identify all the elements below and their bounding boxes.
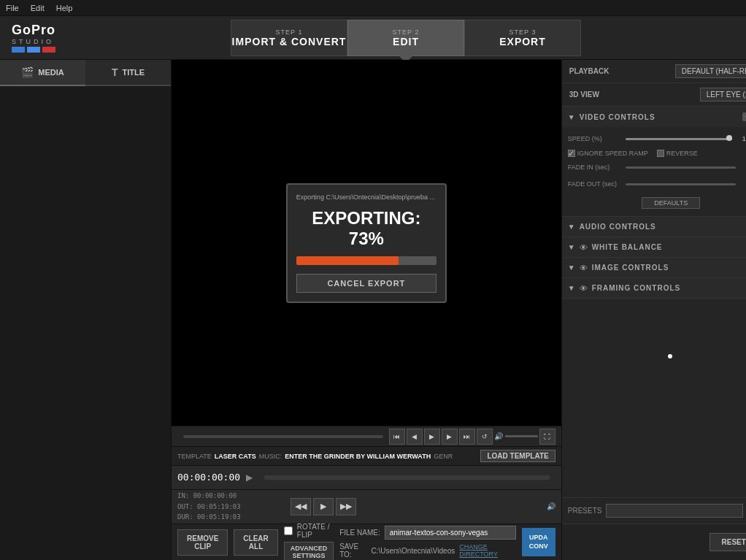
- rotate-flip-checkbox[interactable]: [284, 526, 293, 535]
- presets-input[interactable]: [606, 504, 742, 518]
- video-controls-chevron: ▼: [568, 113, 575, 121]
- reverse-label: REVERSE: [666, 150, 698, 157]
- bottom-controls: REMOVE CLIP CLEAR ALL ROTATE / FLIP ADVA…: [172, 523, 561, 560]
- step-1[interactable]: STEP 1 IMPORT & CONVERT: [231, 20, 347, 56]
- export-progress-bar: [296, 256, 437, 265]
- transport-prev-frame[interactable]: ◀: [407, 429, 423, 445]
- logo-color-blocks: [12, 47, 55, 53]
- audio-controls-section[interactable]: ▼ AUDIO CONTROLS: [562, 217, 746, 237]
- music-value: ENTER THE GRINDER BY WILLIAM WERWATH: [285, 453, 431, 460]
- menu-help[interactable]: Help: [56, 4, 73, 12]
- badge-plus2: +2: [742, 112, 746, 121]
- playback-section: PLAYBACK DEFAULT (HALF-RES): [562, 60, 746, 83]
- white-balance-section[interactable]: ▼ 👁 WHITE BALANCE PICK: [562, 237, 746, 258]
- menu-edit[interactable]: Edit: [31, 4, 45, 12]
- export-status: EXPORTING: 73%: [296, 208, 437, 249]
- step-2[interactable]: STEP 2 EDIT: [347, 20, 464, 56]
- image-controls-eye-icon: 👁: [580, 264, 588, 272]
- defaults-row: DEFAULTS: [568, 194, 746, 212]
- right-panel: PLAYBACK DEFAULT (HALF-RES) 3D VIEW LEFT…: [561, 60, 746, 560]
- tab-media[interactable]: 🎬 MEDIA: [0, 60, 85, 86]
- clear-all-button[interactable]: CLEAR ALL: [234, 529, 277, 556]
- transport-skip-start[interactable]: ⏮: [389, 429, 405, 445]
- speed-row: SPEED (%) 100 < >: [568, 131, 746, 146]
- step-3-number: STEP 3: [509, 28, 537, 36]
- transport-next-frame[interactable]: ▶: [442, 429, 458, 445]
- advanced-settings-button[interactable]: ADVANCED SETTINGS: [284, 542, 334, 561]
- save-to-label: SAVE TO:: [339, 542, 366, 559]
- transport-fullscreen[interactable]: ⛶: [539, 429, 555, 445]
- change-directory-button[interactable]: CHANGE DIRECTORY: [459, 543, 515, 558]
- tab-title[interactable]: T TITLE: [85, 60, 171, 86]
- speed-options: ✓ IGNORE SPEED RAMP REVERSE: [568, 150, 746, 157]
- tab-media-label: MEDIA: [38, 68, 64, 77]
- defaults-button[interactable]: DEFAULTS: [642, 197, 700, 209]
- image-controls-section[interactable]: ▼ 👁 IMAGE CONTROLS: [562, 258, 746, 278]
- framing-controls-eye-icon: 👁: [580, 284, 588, 293]
- reverse-item: REVERSE: [657, 150, 698, 157]
- timeline-track[interactable]: [264, 475, 550, 480]
- ignore-speed-ramp-label: IGNORE SPEED RAMP: [577, 150, 648, 157]
- timeline-controls-row: IN: 00:00:00:00 OUT: 00:05:19:03 DUR: 00…: [172, 489, 561, 523]
- speed-slider[interactable]: [626, 138, 732, 140]
- fade-in-row: FADE IN (sec) 0 < >: [568, 161, 746, 174]
- file-name-section: FILE NAME: SAVE TO: C:\Users\Ontecnia\Vi…: [339, 526, 516, 559]
- tl-play[interactable]: ▶: [313, 498, 334, 515]
- main-layout: 🎬 MEDIA T TITLE: [0, 60, 746, 560]
- ignore-speed-ramp-item: ✓ IGNORE SPEED RAMP: [568, 150, 648, 157]
- transport-loop[interactable]: ↺: [477, 429, 493, 445]
- reverse-checkbox[interactable]: [657, 150, 664, 157]
- fade-in-slider[interactable]: [626, 166, 736, 169]
- image-controls-label: IMAGE CONTROLS: [592, 264, 746, 272]
- steps-nav: STEP 1 IMPORT & CONVERT STEP 2 EDIT STEP…: [231, 20, 581, 56]
- presets-label: PRESETS: [568, 507, 602, 515]
- transport-play[interactable]: ▶: [424, 429, 440, 445]
- image-chevron: ▼: [568, 264, 575, 272]
- video-preview: Exporting C:\Users\Ontecnia\Desktop\prue…: [172, 60, 561, 426]
- ignore-speed-ramp-checkbox[interactable]: ✓: [568, 150, 575, 157]
- export-label: EXPORTING:: [312, 208, 420, 228]
- remove-clip-button[interactable]: REMOVE CLIP: [177, 529, 228, 556]
- logo-block-1: [12, 47, 25, 53]
- tl-rewind[interactable]: ◀◀: [291, 498, 311, 515]
- framing-chevron: ▼: [568, 284, 575, 292]
- framing-controls-section[interactable]: ▼ 👁 FRAMING CONTROLS: [562, 278, 746, 299]
- video-controls-header[interactable]: ▼ VIDEO CONTROLS +2 x2: [562, 107, 746, 127]
- in-out-duration: IN: 00:00:00:00 OUT: 00:05:19:03 DUR: 00…: [177, 491, 241, 522]
- view-dropdown[interactable]: LEFT EYE (2D): [700, 88, 746, 101]
- speed-label: SPEED (%): [568, 135, 623, 142]
- menu-file[interactable]: File: [6, 4, 19, 12]
- audio-chevron: ▼: [568, 223, 575, 231]
- left-panel: 🎬 MEDIA T TITLE: [0, 60, 172, 560]
- load-template-button[interactable]: LOAD TEMPLATE: [480, 450, 555, 462]
- cancel-export-button[interactable]: CANCEL EXPORT: [296, 274, 437, 293]
- fade-out-slider[interactable]: [626, 183, 736, 185]
- video-controls-body: SPEED (%) 100 < > ✓ IGNORE SPEED R: [562, 127, 746, 216]
- view-label: 3D VIEW: [569, 91, 700, 99]
- step-1-number: STEP 1: [276, 28, 303, 36]
- view-section: 3D VIEW LEFT EYE (2D): [562, 83, 746, 107]
- template-label: TEMPLATE: [177, 453, 212, 460]
- left-tabs: 🎬 MEDIA T TITLE: [0, 60, 171, 86]
- export-percentage: 73%: [349, 229, 384, 248]
- timeline-area: 00:00:00:00 ▶ IN: 00:00:00:00 OUT: 00:05…: [172, 465, 561, 523]
- logo: GoPro STUDIO: [12, 23, 55, 53]
- transport-skip-end[interactable]: ⏭: [459, 429, 475, 445]
- timeline-scrubber[interactable]: [183, 435, 383, 438]
- export-progress-dialog: Exporting C:\Users\Ontecnia\Desktop\prue…: [286, 183, 447, 303]
- center-panel: Exporting C:\Users\Ontecnia\Desktop\prue…: [172, 60, 561, 560]
- rotate-flip-control: ROTATE / FLIP: [284, 523, 334, 539]
- reset-all-button[interactable]: RESET ALL: [710, 533, 746, 551]
- playback-scrubber-bar: ⏮ ◀ ▶ ▶ ⏭ ↺ 🔊 ⛶: [172, 426, 561, 446]
- logo-studio: STUDIO: [12, 38, 55, 45]
- video-controls-section: ▼ VIDEO CONTROLS +2 x2 SPEED (%) 100 < >: [562, 107, 746, 217]
- step-3[interactable]: STEP 3 EXPORT: [464, 20, 581, 56]
- logo-block-2: [27, 47, 40, 53]
- genre-label: GENR: [434, 453, 453, 460]
- playback-label: PLAYBACK: [569, 67, 675, 75]
- update-convert-button[interactable]: UPDACONV: [522, 528, 555, 556]
- tl-forward[interactable]: ▶▶: [336, 498, 356, 515]
- playback-dropdown[interactable]: DEFAULT (HALF-RES): [675, 64, 746, 78]
- framing-controls-label: FRAMING CONTROLS: [592, 284, 746, 292]
- file-name-input[interactable]: [385, 526, 516, 540]
